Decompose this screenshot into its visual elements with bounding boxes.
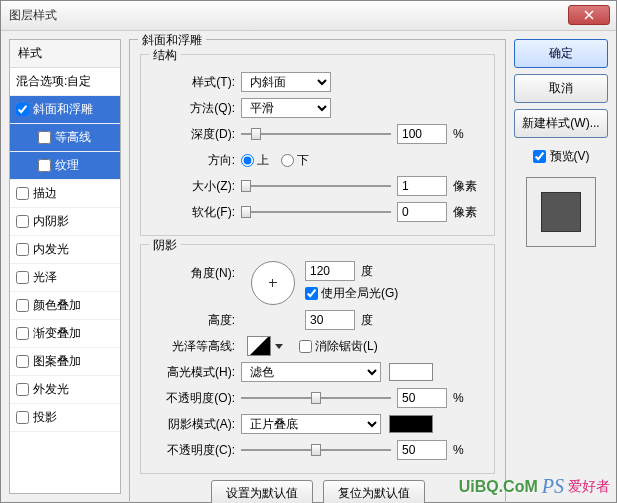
item-label: 颜色叠加 [33, 297, 81, 314]
reset-default-button[interactable]: 复位为默认值 [323, 480, 425, 503]
antialias-checkbox[interactable] [299, 340, 312, 353]
gloss-row: 光泽等高线: 消除锯齿(L) [151, 335, 484, 357]
texture-checkbox[interactable] [38, 159, 51, 172]
depth-row: 深度(D): % [151, 123, 484, 145]
item-contour[interactable]: 等高线 [10, 124, 120, 152]
angle-input[interactable] [305, 261, 355, 281]
item-label: 渐变叠加 [33, 325, 81, 342]
shadow-group: 阴影 角度(N): 度 使用全局光(G) 高度: [140, 244, 495, 474]
highlight-opacity-label: 不透明度(O): [151, 390, 241, 407]
item-label: 描边 [33, 185, 57, 202]
satin-checkbox[interactable] [16, 271, 29, 284]
shadow-mode-select[interactable]: 正片叠底 [241, 414, 381, 434]
direction-row: 方向: 上 下 [151, 149, 484, 171]
depth-unit: % [453, 127, 464, 141]
highlight-mode-row: 高光模式(H): 滤色 [151, 361, 484, 383]
altitude-label: 高度: [151, 312, 241, 329]
close-button[interactable] [568, 5, 610, 25]
highlight-color-swatch[interactable] [389, 363, 433, 381]
item-label: 内发光 [33, 241, 69, 258]
soften-slider[interactable] [241, 203, 391, 221]
preview-label: 预览(V) [550, 148, 590, 165]
shadow-mode-label: 阴影模式(A): [151, 416, 241, 433]
item-texture[interactable]: 纹理 [10, 152, 120, 180]
item-bevel[interactable]: 斜面和浮雕 [10, 96, 120, 124]
shadow-opacity-input[interactable] [397, 440, 447, 460]
angle-wheel[interactable] [251, 261, 295, 305]
pct-unit2: % [453, 443, 464, 457]
right-panel: 确定 取消 新建样式(W)... 预览(V) [514, 39, 608, 494]
chevron-down-icon[interactable] [275, 344, 283, 349]
preview-toggle[interactable]: 预览(V) [514, 148, 608, 165]
item-pattern-overlay[interactable]: 图案叠加 [10, 348, 120, 376]
preview-swatch [541, 192, 581, 232]
antialias[interactable]: 消除锯齿(L) [299, 338, 378, 355]
shadow-mode-row: 阴影模式(A): 正片叠底 [151, 413, 484, 435]
item-color-overlay[interactable]: 颜色叠加 [10, 292, 120, 320]
angle-unit: 度 [361, 263, 373, 280]
item-label: 等高线 [55, 129, 91, 146]
item-inner-shadow[interactable]: 内阴影 [10, 208, 120, 236]
dialog-window: 图层样式 样式 混合选项:自定 斜面和浮雕 等高线 纹理 描边 内阴影 内发光 … [0, 0, 617, 503]
new-style-button[interactable]: 新建样式(W)... [514, 109, 608, 138]
highlight-mode-select[interactable]: 滤色 [241, 362, 381, 382]
outer-glow-checkbox[interactable] [16, 383, 29, 396]
highlight-opacity-input[interactable] [397, 388, 447, 408]
ok-button[interactable]: 确定 [514, 39, 608, 68]
inner-shadow-checkbox[interactable] [16, 215, 29, 228]
item-drop-shadow[interactable]: 投影 [10, 404, 120, 432]
item-label: 内阴影 [33, 213, 69, 230]
center-panel: 斜面和浮雕 结构 样式(T): 内斜面 方法(Q): 平滑 深度(D): [129, 39, 506, 494]
cancel-button[interactable]: 取消 [514, 74, 608, 103]
item-label: 斜面和浮雕 [33, 101, 93, 118]
method-select[interactable]: 平滑 [241, 98, 331, 118]
down-radio[interactable] [281, 154, 294, 167]
angle-label: 角度(N): [151, 261, 241, 282]
shadow-opacity-slider[interactable] [241, 441, 391, 459]
direction-label: 方向: [151, 152, 241, 169]
set-default-button[interactable]: 设置为默认值 [211, 480, 313, 503]
highlight-opacity-slider[interactable] [241, 389, 391, 407]
drop-shadow-checkbox[interactable] [16, 411, 29, 424]
stroke-checkbox[interactable] [16, 187, 29, 200]
bevel-checkbox[interactable] [16, 103, 29, 116]
direction-up[interactable]: 上 [241, 152, 269, 169]
size-label: 大小(Z): [151, 178, 241, 195]
structure-title: 结构 [149, 47, 181, 64]
gloss-contour-picker[interactable] [247, 336, 271, 356]
global-light[interactable]: 使用全局光(G) [305, 285, 398, 302]
item-outer-glow[interactable]: 外发光 [10, 376, 120, 404]
up-radio[interactable] [241, 154, 254, 167]
contour-checkbox[interactable] [38, 131, 51, 144]
item-inner-glow[interactable]: 内发光 [10, 236, 120, 264]
item-label: 纹理 [55, 157, 79, 174]
preview-checkbox[interactable] [533, 150, 546, 163]
color-overlay-checkbox[interactable] [16, 299, 29, 312]
altitude-input[interactable] [305, 310, 355, 330]
size-unit: 像素 [453, 178, 477, 195]
size-input[interactable] [397, 176, 447, 196]
item-stroke[interactable]: 描边 [10, 180, 120, 208]
gradient-overlay-checkbox[interactable] [16, 327, 29, 340]
pct-unit: % [453, 391, 464, 405]
watermark-ps: PS [542, 475, 564, 498]
depth-input[interactable] [397, 124, 447, 144]
close-icon [584, 10, 594, 20]
blend-options-label: 混合选项:自定 [16, 73, 91, 90]
soften-input[interactable] [397, 202, 447, 222]
size-slider[interactable] [241, 177, 391, 195]
method-label: 方法(Q): [151, 100, 241, 117]
style-select[interactable]: 内斜面 [241, 72, 331, 92]
item-gradient-overlay[interactable]: 渐变叠加 [10, 320, 120, 348]
soften-row: 软化(F): 像素 [151, 201, 484, 223]
size-row: 大小(Z): 像素 [151, 175, 484, 197]
pattern-overlay-checkbox[interactable] [16, 355, 29, 368]
global-light-checkbox[interactable] [305, 287, 318, 300]
direction-down[interactable]: 下 [281, 152, 309, 169]
item-satin[interactable]: 光泽 [10, 264, 120, 292]
depth-slider[interactable] [241, 125, 391, 143]
shadow-color-swatch[interactable] [389, 415, 433, 433]
preview-box [526, 177, 596, 247]
blend-options[interactable]: 混合选项:自定 [10, 68, 120, 96]
inner-glow-checkbox[interactable] [16, 243, 29, 256]
